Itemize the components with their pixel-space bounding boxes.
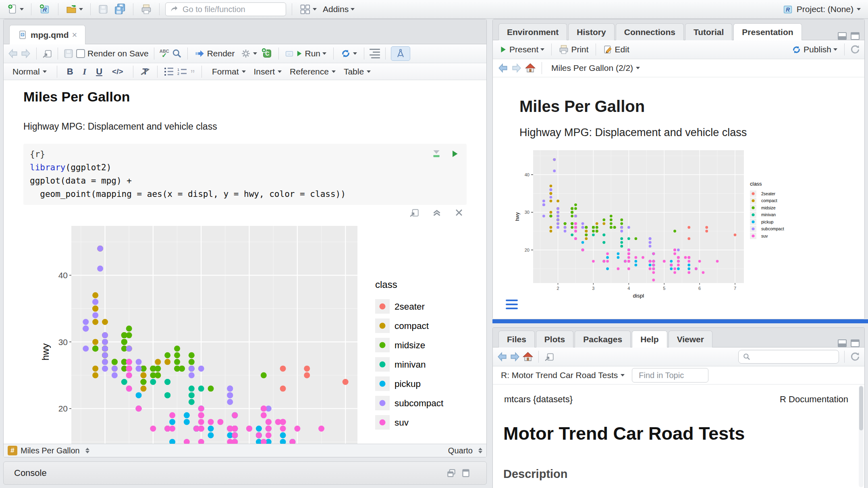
workspace-panes-button[interactable] (298, 3, 318, 16)
back-icon[interactable] (8, 48, 18, 59)
tab-tutorial[interactable]: Tutorial (685, 23, 732, 40)
maximize-pane-icon[interactable] (851, 339, 860, 347)
edit-presentation-button[interactable]: Edit (601, 44, 631, 56)
toolbar-separator (31, 3, 31, 15)
save-doc-icon[interactable] (63, 48, 74, 59)
run-button[interactable]: -- Run (284, 48, 328, 59)
tab-history[interactable]: History (568, 23, 614, 40)
doc-type-selector-icon[interactable] (478, 448, 482, 453)
format-menu-reference[interactable]: Reference (287, 67, 339, 77)
home-slide-icon[interactable] (525, 63, 536, 73)
print-presentation-button[interactable]: Print (557, 43, 590, 56)
go-to-file-search[interactable] (165, 2, 286, 16)
collapse-output-icon[interactable] (432, 207, 442, 218)
minimize-pane-icon[interactable] (838, 339, 847, 347)
save-button[interactable] (96, 3, 110, 15)
new-project-button[interactable] (37, 3, 52, 16)
render-icon (195, 48, 205, 59)
addins-button[interactable]: Addins (321, 4, 356, 15)
render-settings-button[interactable] (239, 48, 259, 60)
source-rerun-button[interactable] (339, 48, 359, 60)
toolbar-separator (292, 3, 292, 15)
forward-icon[interactable] (21, 48, 31, 59)
find-in-topic-box[interactable] (632, 368, 708, 383)
paragraph-style-menu[interactable]: Normal (9, 67, 50, 77)
print-button[interactable] (139, 3, 154, 16)
tab-plots[interactable]: Plots (536, 331, 573, 347)
tab-help[interactable]: Help (632, 331, 667, 347)
slide-forward-icon[interactable] (511, 63, 522, 73)
close-tab-icon[interactable]: × (72, 30, 77, 40)
editor-tab-mpg-qmd[interactable]: mpg.qmd × (9, 25, 85, 44)
console-pane-header[interactable]: Console (3, 461, 487, 485)
tab-packages[interactable]: Packages (575, 331, 631, 347)
render-button[interactable]: Render (193, 48, 237, 60)
underline-button[interactable]: U (93, 66, 105, 77)
open-new-window-icon[interactable] (42, 48, 52, 59)
console-maximize-icon[interactable] (461, 468, 471, 478)
minimize-pane-icon[interactable] (838, 32, 847, 40)
legend-title: class (750, 181, 762, 187)
open-file-button[interactable] (64, 3, 85, 15)
help-new-window-icon[interactable] (544, 352, 554, 362)
console-restore-icon[interactable] (446, 468, 457, 478)
visual-editor-canvas[interactable]: Miles Per Gallon Highway MPG: Displaceme… (4, 80, 486, 444)
section-selector-icon[interactable] (85, 448, 89, 453)
tab-files[interactable]: Files (498, 331, 535, 347)
slide-back-icon[interactable] (498, 63, 508, 73)
code-format-button[interactable]: </> (109, 67, 126, 76)
help-refresh-icon[interactable] (850, 352, 860, 362)
format-menu-insert[interactable]: Insert (251, 67, 285, 77)
bold-button[interactable]: B (64, 66, 76, 77)
scrollbar-thumb[interactable] (859, 386, 863, 430)
output-new-window-icon[interactable] (409, 207, 419, 218)
help-back-icon[interactable] (497, 352, 507, 362)
help-topic-row: R: Motor Trend Car Road Tests (493, 366, 864, 385)
help-scrollbar[interactable] (859, 385, 864, 487)
help-search-box[interactable] (738, 350, 839, 364)
tab-environment[interactable]: Environment (498, 23, 567, 40)
run-chunk-icon[interactable] (450, 149, 459, 159)
publish-button[interactable]: Publish (790, 44, 839, 56)
bullet-list-button[interactable] (164, 68, 173, 76)
gear-icon (241, 48, 251, 59)
clear-output-icon[interactable] (454, 208, 464, 217)
clear-formatting-button[interactable]: T (140, 66, 150, 77)
present-button[interactable]: Present (497, 44, 546, 55)
go-to-file-input[interactable] (182, 4, 274, 14)
numbered-list-button[interactable]: 12 (177, 68, 187, 75)
run-chunks-above-icon[interactable] (431, 149, 442, 159)
slide-selector[interactable]: Miles Per Gallon (2/2) (548, 63, 643, 73)
save-all-button[interactable] (113, 3, 127, 16)
project-menu-button[interactable]: Project: (None) (781, 3, 862, 16)
maximize-pane-icon[interactable] (851, 32, 860, 40)
slide-menu-icon[interactable] (506, 300, 518, 309)
spellcheck-icon[interactable]: ABC✓ (160, 49, 169, 58)
insert-chunk-icon[interactable] (261, 48, 273, 60)
visual-editor-toggle[interactable] (391, 46, 410, 61)
refresh-presentation-icon[interactable] (850, 44, 860, 55)
rerun-caret (353, 52, 357, 55)
find-in-topic-input[interactable] (638, 370, 698, 380)
format-menu-table[interactable]: Table (341, 67, 374, 77)
help-search-input[interactable] (754, 352, 831, 362)
tab-presentation[interactable]: Presentation (733, 23, 802, 40)
tab-viewer[interactable]: Viewer (669, 331, 712, 347)
r-code-chunk[interactable]: {r}library(ggplot2)ggplot(data = mpg) + … (23, 144, 467, 205)
format-menu-format[interactable]: Format (209, 67, 249, 77)
help-topic-selector[interactable]: R: Motor Trend Car Road Tests (499, 370, 628, 380)
y-tick-label: 30 (525, 210, 530, 215)
find-replace-icon[interactable] (172, 48, 182, 59)
blockquote-button[interactable]: ” (191, 72, 195, 76)
document-outline-icon[interactable] (370, 49, 380, 58)
render-on-save-checkbox[interactable] (76, 49, 85, 58)
help-forward-icon[interactable] (510, 352, 520, 362)
help-home-icon[interactable] (523, 352, 533, 362)
status-section-label[interactable]: Miles Per Gallon (21, 446, 80, 455)
new-file-button[interactable] (6, 3, 25, 15)
italic-button[interactable]: I (80, 66, 89, 77)
doc-type-label[interactable]: Quarto (448, 446, 473, 455)
pane-focus-splitter[interactable] (492, 319, 868, 323)
new-file-icon (7, 4, 18, 14)
tab-connections[interactable]: Connections (616, 23, 684, 40)
